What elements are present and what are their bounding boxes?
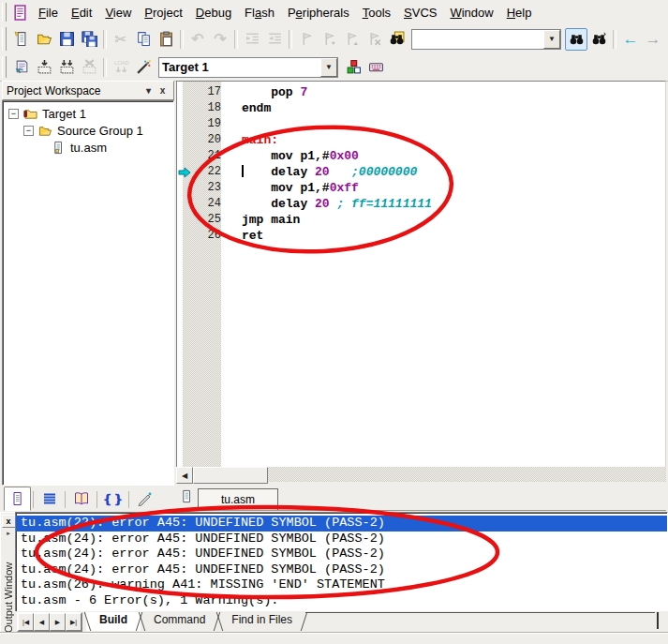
tree-expander-icon[interactable]: − — [23, 126, 34, 136]
main-area: Project Workspace ▾ x −Target 1−Source G… — [0, 81, 668, 512]
templates-tab[interactable] — [131, 487, 158, 511]
prev-bookmark-button[interactable] — [318, 28, 340, 51]
functions-tab[interactable]: ❴❵ — [99, 487, 126, 511]
toggle-bookmark-button[interactable] — [295, 28, 318, 51]
menu-peripherals[interactable]: Peripherals — [281, 3, 356, 22]
outdent-button[interactable] — [263, 28, 286, 51]
menubar-gripper[interactable] — [2, 3, 7, 22]
code-line-18[interactable]: 18endm — [177, 100, 665, 116]
tree-item-source-group-1[interactable]: −Source Group 1 — [5, 122, 171, 139]
stop-build-button[interactable] — [78, 56, 100, 79]
output-close-icon[interactable]: x — [2, 515, 16, 528]
build-message[interactable]: tu.asm(24): error A45: UNDEFINED SYMBOL … — [16, 532, 667, 547]
code-line-20[interactable]: 20main: — [177, 132, 665, 148]
rebuild-all-button[interactable] — [55, 56, 78, 79]
scroll-left-icon[interactable]: ◀ — [176, 467, 193, 484]
find-files-icon — [389, 31, 405, 47]
download-flash-button[interactable]: LOAD — [110, 56, 132, 79]
search-combobox[interactable]: ▼ — [411, 29, 561, 50]
build-message[interactable]: tu.asm(26): warning A41: MISSING 'END' S… — [16, 577, 667, 593]
files-tab[interactable] — [4, 487, 31, 511]
incremental-find-button[interactable] — [587, 28, 610, 51]
file-toolbar-gripper[interactable] — [2, 27, 7, 51]
save-all-button[interactable] — [78, 28, 100, 51]
output-pin-icon[interactable]: ▸ — [3, 528, 15, 539]
cut-button[interactable]: ✂ — [110, 28, 132, 51]
tree-expander-icon[interactable]: − — [8, 109, 19, 119]
line-number: 23 — [177, 180, 233, 196]
tree-item-tu-asm[interactable]: tu.asm — [5, 139, 171, 156]
regs-tab[interactable] — [36, 487, 63, 511]
target-select[interactable]: ▼ — [158, 57, 338, 78]
build-message-selected[interactable]: tu.asm(22): error A45: UNDEFINED SYMBOL … — [16, 516, 667, 532]
navigate-forward-button[interactable]: → — [642, 28, 664, 51]
build-target-button[interactable] — [33, 56, 55, 79]
configure-button[interactable] — [364, 56, 387, 79]
open-file-button[interactable] — [33, 28, 55, 51]
next-bookmark-button[interactable] — [340, 28, 363, 51]
paste-button[interactable] — [155, 28, 177, 51]
output-tab-find-in-files[interactable]: Find in Files — [218, 612, 305, 631]
tab-scroll-prev-icon[interactable]: ◀ — [34, 613, 50, 631]
code-line-17[interactable]: 17 pop 7 — [177, 84, 665, 100]
menu-file[interactable]: File — [32, 3, 65, 22]
build-message[interactable]: tu.asm - 6 Error(s), 1 Warning(s). — [16, 593, 667, 609]
code-text — [233, 116, 242, 132]
find-button[interactable] — [565, 28, 587, 51]
menu-edit[interactable]: Edit — [65, 3, 98, 22]
target-select-value[interactable] — [159, 60, 320, 75]
code-line-22[interactable]: 22 delay 20 ;00000000 — [177, 164, 665, 180]
menu-window[interactable]: Window — [443, 3, 499, 22]
editor-tab-tu-asm[interactable]: tu.asm — [198, 488, 278, 510]
menu-tools[interactable]: Tools — [356, 3, 397, 22]
books-tab[interactable] — [67, 487, 95, 511]
panel-menu-icon[interactable]: ▾ — [141, 84, 156, 97]
target-select-dropdown-icon[interactable]: ▼ — [320, 58, 337, 77]
redo-button[interactable]: ↷ — [209, 28, 231, 51]
build-message[interactable]: tu.asm(24): error A45: UNDEFINED SYMBOL … — [16, 562, 667, 578]
tab-scroll-last-icon[interactable]: ▶| — [66, 613, 82, 631]
code-line-21[interactable]: 21 mov p1,#0x00 — [177, 148, 665, 164]
indent-button[interactable] — [241, 28, 263, 51]
search-input[interactable] — [412, 32, 543, 47]
search-dropdown-icon[interactable]: ▼ — [543, 30, 560, 49]
save-button[interactable] — [55, 28, 78, 51]
scrollbar-thumb[interactable] — [193, 467, 268, 484]
build-message[interactable]: tu.asm(24): error A45: UNDEFINED SYMBOL … — [16, 547, 667, 562]
find-in-files-button[interactable] — [385, 28, 408, 51]
tab-scroll-next-icon[interactable]: ▶ — [50, 613, 66, 631]
tab-scroll-first-icon[interactable]: |◀ — [18, 613, 34, 631]
code-text: pop 7 — [233, 84, 307, 100]
scrollbar-track[interactable] — [268, 467, 666, 482]
translate-file-button[interactable] — [10, 56, 33, 79]
code-line-23[interactable]: 23 mov p1,#0xff — [177, 180, 665, 196]
code-editor[interactable]: 17 pop 718endm1920main:21 mov p1,#0x0022… — [176, 81, 666, 469]
menu-svcs[interactable]: SVCS — [397, 3, 443, 22]
menu-view[interactable]: View — [98, 3, 138, 22]
code-line-24[interactable]: 24 delay 20 ; ff=11111111 — [177, 196, 665, 212]
options-for-target-button[interactable] — [132, 56, 155, 79]
navigate-back-button[interactable]: ← — [619, 28, 642, 51]
copy-button[interactable] — [132, 28, 155, 51]
tree-item-target-1[interactable]: −Target 1 — [5, 105, 171, 122]
code-text: mov p1,#0x00 — [233, 148, 359, 164]
new-file-button[interactable] — [10, 28, 33, 51]
menu-flash[interactable]: Flash — [238, 3, 281, 22]
build-toolbar-gripper[interactable] — [2, 56, 7, 78]
rebuild-icon — [59, 59, 75, 75]
output-tab-build[interactable]: Build — [86, 612, 141, 631]
clear-bookmarks-button[interactable] — [363, 28, 385, 51]
undo-button[interactable]: ↶ — [186, 28, 209, 51]
code-line-25[interactable]: 25jmp main — [177, 212, 665, 228]
manage-components-button[interactable] — [342, 56, 364, 79]
editor-horizontal-scrollbar[interactable]: ◀ — [176, 467, 666, 482]
menu-help[interactable]: Help — [500, 3, 539, 22]
code-line-19[interactable]: 19 — [177, 116, 665, 132]
menu-debug[interactable]: Debug — [189, 3, 238, 22]
menu-project[interactable]: Project — [138, 3, 188, 22]
code-line-26[interactable]: 26ret — [177, 228, 665, 244]
output-tab-command[interactable]: Command — [141, 612, 218, 631]
help-button[interactable] — [664, 28, 668, 51]
panel-close-icon[interactable]: x — [156, 84, 170, 97]
mdi-document-icon[interactable] — [12, 5, 28, 20]
